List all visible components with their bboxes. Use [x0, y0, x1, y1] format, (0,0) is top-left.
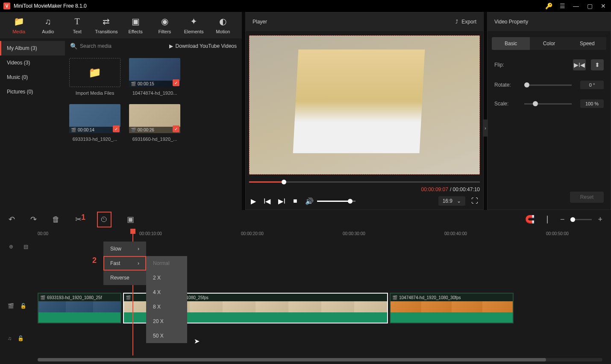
- top-tabs: 📁 Media ♫ Audio T Text ⇄ Transitions ▣ E…: [0, 12, 242, 38]
- minimize-icon[interactable]: —: [572, 2, 580, 10]
- check-icon: ✓: [173, 79, 179, 86]
- flip-horizontal-button[interactable]: ▶I◀: [573, 59, 586, 70]
- volume-icon[interactable]: 🔊: [305, 197, 314, 205]
- menu-icon[interactable]: ☰: [558, 2, 567, 10]
- search-icon: 🔍: [70, 43, 77, 50]
- add-track-button[interactable]: ⊕: [6, 242, 16, 252]
- video-track-icon: 🎬: [8, 303, 14, 309]
- aspect-ratio-select[interactable]: 16:9 ⌄: [438, 196, 465, 206]
- prop-tab-basic[interactable]: Basic: [492, 37, 530, 50]
- speed-20x[interactable]: 20 X: [146, 314, 187, 329]
- download-youtube-link[interactable]: ▶ Download YouTube Videos: [169, 43, 237, 49]
- sidebar-item-myalbum[interactable]: My Album (3): [0, 41, 65, 55]
- prop-tab-speed[interactable]: Speed: [568, 37, 606, 50]
- markers-button[interactable]: ⎹⎸: [540, 215, 554, 224]
- video-track[interactable]: 🎬6933193-hd_1920_1080_25f 🎬_1080_25fps 🎬…: [38, 293, 514, 323]
- chevron-right-icon: ›: [138, 260, 139, 266]
- play-button[interactable]: ▶: [251, 197, 256, 205]
- maximize-icon[interactable]: ▢: [585, 2, 594, 10]
- crop-button[interactable]: ▣: [127, 215, 134, 224]
- speed-2x[interactable]: 2 X: [146, 271, 187, 285]
- speed-fast[interactable]: Fast ›: [103, 256, 146, 271]
- properties-panel: Video Property Basic Color Speed Flip: ▶…: [487, 12, 611, 210]
- media-item[interactable]: 🎬00:00:26 ✓ 6931660-hd_1920_...: [129, 104, 180, 142]
- music-icon: ♫: [45, 17, 51, 26]
- import-tile[interactable]: 📁 Import Media Files: [69, 58, 120, 96]
- sidebar-item-videos[interactable]: Videos (3): [0, 55, 65, 70]
- horizontal-scrollbar[interactable]: [38, 358, 602, 361]
- track-options-button[interactable]: ▤: [21, 242, 31, 252]
- speed-8x[interactable]: 8 X: [146, 300, 187, 314]
- tab-motion[interactable]: ◐ Motion: [209, 13, 238, 38]
- speed-normal[interactable]: Normal: [146, 256, 187, 271]
- scale-slider[interactable]: [524, 103, 572, 105]
- zoom-out-button[interactable]: −: [560, 215, 565, 224]
- next-button[interactable]: ▶I: [278, 197, 285, 205]
- rotate-value[interactable]: 0 °: [580, 81, 604, 89]
- zoom-slider[interactable]: [570, 219, 592, 220]
- media-panel: 📁 Media ♫ Audio T Text ⇄ Transitions ▣ E…: [0, 12, 242, 210]
- prop-tab-color[interactable]: Color: [530, 37, 568, 50]
- media-item[interactable]: 🎬00:00:15 ✓ 10474874-hd_1920...: [129, 58, 180, 96]
- redo-button[interactable]: ↷: [30, 215, 37, 224]
- effects-icon: ▣: [132, 16, 140, 26]
- tab-audio[interactable]: ♫ Audio: [33, 13, 62, 38]
- tab-effects[interactable]: ▣ Effects: [121, 13, 150, 38]
- flip-label: Flip:: [494, 62, 516, 68]
- reset-button[interactable]: Reset: [570, 192, 604, 203]
- sidebar-item-pictures[interactable]: Pictures (0): [0, 84, 65, 99]
- rotate-slider[interactable]: [524, 84, 572, 86]
- speed-50x[interactable]: 50 X: [146, 329, 187, 343]
- lock-icon[interactable]: 🔓: [18, 335, 24, 341]
- speed-reverse[interactable]: Reverse: [103, 271, 146, 285]
- video-icon: 🎬: [71, 128, 76, 132]
- video-icon: 🎬: [126, 295, 131, 300]
- key-icon[interactable]: 🔑: [544, 2, 553, 10]
- fullscreen-button[interactable]: ⛶: [471, 197, 478, 205]
- scale-value[interactable]: 100 %: [580, 99, 604, 108]
- tab-elements[interactable]: ✦ Elements: [179, 13, 209, 38]
- time-current: 00:00:09:07: [421, 186, 448, 192]
- media-item[interactable]: 🎬00:00:14 ✓ 6933193-hd_1920_...: [69, 104, 120, 142]
- collapse-properties-button[interactable]: ›: [483, 119, 488, 137]
- sidebar-item-music[interactable]: Music (0): [0, 70, 65, 84]
- elements-icon: ✦: [190, 16, 197, 26]
- magnet-button[interactable]: 🧲: [525, 215, 535, 224]
- search-input[interactable]: 🔍 Search media: [70, 43, 112, 50]
- timeline-ruler[interactable]: 00:00 00:00:10:00 00:00:20:00 00:00:30:0…: [38, 229, 611, 242]
- speed-button[interactable]: ⏲: [97, 212, 112, 227]
- prev-button[interactable]: I◀: [264, 197, 270, 205]
- speed-4x[interactable]: 4 X: [146, 285, 187, 300]
- volume-slider[interactable]: [317, 201, 355, 202]
- video-icon: 🎬: [392, 295, 397, 300]
- check-icon: ✓: [173, 125, 179, 132]
- lock-icon[interactable]: 🔓: [20, 303, 26, 309]
- video-icon: 🎬: [131, 128, 136, 132]
- folder-icon: 📁: [14, 16, 24, 26]
- video-preview[interactable]: [249, 35, 480, 175]
- flip-vertical-button[interactable]: ⬍: [591, 59, 604, 70]
- youtube-icon: ▶: [169, 43, 173, 49]
- clip[interactable]: 🎬10474874-hd_1920_1080_30fps: [390, 293, 514, 323]
- stop-button[interactable]: ■: [293, 197, 297, 205]
- tab-media[interactable]: 📁 Media: [4, 13, 33, 38]
- undo-button[interactable]: ↶: [9, 215, 15, 224]
- clip[interactable]: 🎬6933193-hd_1920_1080_25f: [38, 293, 121, 323]
- tab-filters[interactable]: ◉ Filters: [150, 13, 179, 38]
- zoom-in-button[interactable]: +: [598, 215, 602, 224]
- export-icon: ⤴: [455, 19, 458, 25]
- delete-button[interactable]: 🗑: [52, 215, 60, 224]
- tab-transitions[interactable]: ⇄ Transitions: [92, 13, 121, 38]
- text-icon: T: [75, 17, 80, 26]
- playback-slider[interactable]: [249, 180, 480, 184]
- cursor-icon: ➤: [194, 337, 200, 345]
- speed-slow[interactable]: Slow ›: [103, 242, 146, 256]
- tab-text[interactable]: T Text: [63, 13, 92, 38]
- speed-menu: Slow › Fast › Reverse: [103, 242, 146, 285]
- chevron-right-icon: ›: [138, 246, 139, 252]
- split-button[interactable]: ✂1: [75, 215, 82, 224]
- close-icon[interactable]: ✕: [599, 2, 608, 10]
- export-button[interactable]: ⤴ Export: [455, 19, 476, 25]
- properties-title: Video Property: [494, 19, 528, 25]
- titlebar: V MiniTool MovieMaker Free 8.1.0 🔑 ☰ — ▢…: [0, 0, 611, 12]
